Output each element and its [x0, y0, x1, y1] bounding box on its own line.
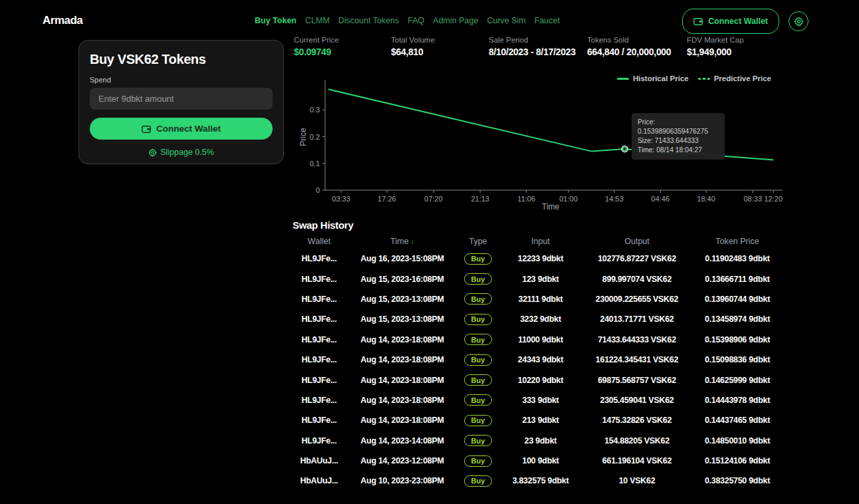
stat-tokens-sold: Tokens Sold664,840 / 20,000,000	[587, 36, 671, 57]
buy-type-badge: Buy	[464, 314, 493, 325]
price-chart[interactable]: Historical PricePredictive Price 00.10.2…	[293, 72, 793, 213]
svg-text:Time: Time	[542, 202, 560, 211]
column-header-type: Type	[459, 237, 497, 246]
buy-type-badge: Buy	[464, 394, 493, 406]
cell-type: Buy	[459, 415, 497, 426]
svg-text:04:46: 04:46	[652, 195, 670, 203]
cell-token-price: 0.13960744 9dbkt	[690, 295, 785, 304]
stat-label: FDV Market Cap	[687, 36, 744, 44]
slippage-setting[interactable]: Slippage 0.5%	[90, 148, 273, 157]
cell-token-price: 0.15124106 9dbkt	[690, 456, 785, 465]
cell-token-price: 0.11902483 9dbkt	[690, 254, 785, 263]
svg-text:01:00: 01:00	[559, 195, 578, 203]
swap-table: WalletTime↓TypeInputOutputToken PriceHL9…	[293, 234, 785, 491]
table-row: HbAUuJ...Aug 14, 2023-12:08PMBuy100 9dbk…	[293, 451, 785, 471]
svg-text:07:20: 07:20	[424, 195, 443, 203]
card-connect-wallet-label: Connect Wallet	[156, 124, 221, 134]
cell-time: Aug 14, 2023-14:08PM	[346, 436, 459, 445]
column-header-output: Output	[584, 237, 690, 246]
table-header-row: WalletTime↓TypeInputOutputToken Price	[293, 234, 785, 249]
svg-text:11:06: 11:06	[517, 195, 535, 203]
stat-value: 664,840 / 20,000,000	[587, 47, 671, 57]
buy-type-badge: Buy	[464, 374, 493, 386]
stat-label: Current Price	[294, 36, 339, 44]
cell-type: Buy	[459, 435, 497, 446]
nav-link-discount-tokens[interactable]: Discount Tokens	[338, 16, 400, 25]
buy-type-badge: Buy	[464, 334, 493, 345]
buy-type-badge: Buy	[464, 475, 493, 487]
cell-token-price: 0.15398906 9dbkt	[690, 335, 785, 344]
buy-type-badge: Buy	[464, 253, 493, 265]
gear-icon	[794, 17, 804, 27]
chart-tooltip: Price: 0.15398906359476275 Size: 71433.6…	[632, 113, 725, 160]
buy-type-badge: Buy	[464, 455, 493, 467]
svg-text:0.1: 0.1	[310, 160, 320, 168]
cell-wallet: HL9JFe...	[293, 295, 346, 304]
cell-output: 10 VSK62	[584, 476, 690, 485]
nav-link-faq[interactable]: FAQ	[408, 16, 424, 25]
table-row: HbAUuJ...Aug 10, 2023-23:08PMBuy3.832575…	[293, 471, 785, 491]
table-row: HL9JFe...Aug 14, 2023-18:08PMBuy213 9dbk…	[293, 410, 785, 430]
card-connect-wallet-button[interactable]: Connect Wallet	[90, 118, 273, 140]
cell-output: 2305.459041 VSK62	[584, 396, 690, 405]
svg-text:03:33: 03:33	[332, 195, 350, 203]
settings-button[interactable]	[789, 11, 808, 31]
svg-text:0.2: 0.2	[310, 133, 320, 141]
cell-time: Aug 14, 2023-18:08PM	[346, 335, 459, 344]
svg-text:14:53: 14:53	[605, 195, 624, 203]
stat-total-volume: Total Volume$64,810	[391, 36, 435, 57]
spend-amount-input[interactable]	[90, 88, 273, 110]
buy-type-badge: Buy	[464, 415, 493, 426]
stat-label: Tokens Sold	[587, 36, 671, 44]
connect-wallet-button[interactable]: Connect Wallet	[682, 9, 779, 34]
cell-input: 333 9dbkt	[497, 396, 584, 405]
column-header-time[interactable]: Time↓	[346, 237, 459, 246]
column-header-input: Input	[497, 237, 584, 246]
cell-time: Aug 14, 2023-18:08PM	[346, 376, 459, 385]
cell-wallet: HL9JFe...	[293, 315, 346, 324]
buy-type-badge: Buy	[464, 354, 493, 366]
nav-link-buy-token[interactable]: Buy Token	[255, 16, 297, 25]
cell-wallet: HbAUuJ...	[293, 476, 346, 485]
spend-label: Spend	[90, 76, 273, 84]
cell-time: Aug 16, 2023-15:08PM	[346, 254, 459, 263]
cell-input: 11000 9dbkt	[497, 335, 584, 344]
cell-input: 10220 9dbkt	[497, 376, 584, 385]
cell-token-price: 0.13666711 9dbkt	[690, 275, 785, 284]
cell-time: Aug 15, 2023-16:08PM	[346, 275, 459, 284]
nav-link-curve-sim[interactable]: Curve Sim	[487, 16, 525, 25]
cell-output: 230009.225655 VSK62	[584, 295, 690, 304]
cell-token-price: 0.38325750 9dbkt	[690, 476, 785, 485]
nav-link-clmm[interactable]: CLMM	[305, 16, 330, 25]
legend-item-historical-price: Historical Price	[617, 74, 689, 82]
legend-item-predictive-price: Predictive Price	[698, 74, 771, 82]
slippage-gear-icon	[148, 148, 157, 157]
cell-output: 1475.32826 VSK62	[584, 416, 690, 425]
cell-input: 12233 9dbkt	[497, 254, 584, 263]
table-row: HL9JFe...Aug 14, 2023-18:08PMBuy333 9dbk…	[293, 390, 785, 410]
cell-time: Aug 14, 2023-18:08PM	[346, 416, 459, 425]
table-row: HL9JFe...Aug 16, 2023-15:08PMBuy12233 9d…	[293, 249, 785, 269]
cell-wallet: HL9JFe...	[293, 376, 346, 385]
cell-wallet: HL9JFe...	[293, 335, 346, 344]
tooltip-size: Size: 71433.644333	[638, 136, 719, 146]
cell-token-price: 0.14850010 9dbkt	[690, 436, 785, 445]
cell-type: Buy	[459, 455, 497, 467]
cell-output: 161224.345431 VSK62	[584, 355, 690, 364]
cell-token-price: 0.13458974 9dbkt	[690, 315, 785, 324]
page: Armada Buy TokenCLMMDiscount TokensFAQAd…	[0, 0, 859, 504]
nav-links: Buy TokenCLMMDiscount TokensFAQAdmin Pag…	[255, 16, 560, 25]
table-row: HL9JFe...Aug 14, 2023-18:08PMBuy10220 9d…	[293, 370, 785, 390]
svg-text:17:26: 17:26	[378, 195, 396, 203]
cell-type: Buy	[459, 394, 497, 406]
nav-link-faucet[interactable]: Faucet	[535, 16, 560, 25]
cell-type: Buy	[459, 374, 497, 386]
cell-input: 3232 9dbkt	[497, 315, 584, 324]
legend-label: Predictive Price	[714, 74, 771, 82]
cell-time: Aug 14, 2023-12:08PM	[346, 456, 459, 465]
cell-type: Buy	[459, 334, 497, 345]
legend-label: Historical Price	[633, 74, 689, 82]
nav-link-admin-page[interactable]: Admin Page	[433, 16, 478, 25]
table-row: HL9JFe...Aug 14, 2023-18:08PMBuy24343 9d…	[293, 350, 785, 370]
buy-type-badge: Buy	[464, 293, 493, 305]
